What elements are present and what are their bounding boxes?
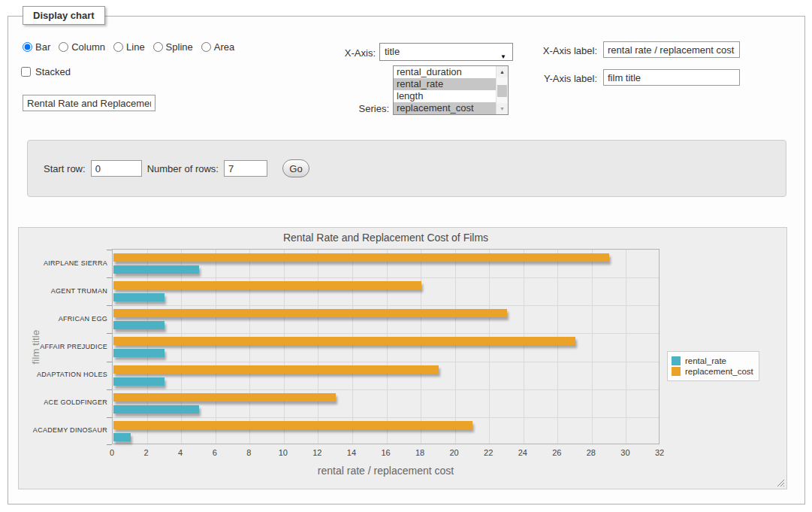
y-axis-tick (107, 362, 112, 362)
num-rows-label: Number of rows: (147, 163, 219, 174)
x-axis-select[interactable]: title ▼ (379, 43, 513, 61)
gridline-v (421, 250, 421, 444)
chart-type-option-bar[interactable]: Bar (23, 41, 50, 53)
series-option-replacement_cost[interactable]: replacement_cost (394, 102, 496, 114)
legend-swatch-replacement_cost (672, 367, 681, 376)
gridline-v (216, 250, 216, 444)
bar-replacement-cost (113, 309, 507, 317)
bar-rental-rate (113, 321, 165, 329)
x-tick-label: 2 (135, 448, 158, 457)
legend-label: replacement_cost (685, 367, 753, 376)
stacked-label: Stacked (35, 66, 71, 77)
x-tick-label: 20 (443, 448, 466, 457)
bar-replacement-cost (113, 393, 336, 401)
chart-type-option-spline[interactable]: Spline (153, 41, 193, 53)
y-axis-tick (107, 333, 112, 334)
y-axis-title-wrap: film title (28, 249, 44, 444)
gridline-v (181, 250, 182, 444)
gridline-h (113, 277, 659, 278)
series-multiselect[interactable]: rental_durationrental_ratelengthreplacem… (393, 65, 509, 115)
num-rows-input[interactable] (224, 160, 267, 177)
gridline-v (592, 250, 593, 444)
scroll-down-icon[interactable]: ▼ (497, 103, 508, 114)
x-tick-label: 14 (340, 448, 363, 457)
gridline-v (284, 250, 285, 444)
y-axis-label-input[interactable] (603, 69, 740, 86)
resize-handle-icon[interactable] (776, 478, 784, 486)
chart-type-label: Spline (166, 41, 193, 53)
x-tick-label: 26 (545, 448, 568, 457)
chart-title-input[interactable] (23, 95, 155, 111)
series-options: rental_durationrental_ratelengthreplacem… (394, 66, 508, 114)
go-button[interactable]: Go (282, 159, 309, 177)
stacked-checkbox[interactable] (21, 67, 31, 77)
legend-row: replacement_cost (672, 367, 753, 376)
gridline-h (113, 417, 659, 418)
chart-type-option-line[interactable]: Line (113, 41, 145, 53)
chart-type-radio-area[interactable] (201, 42, 211, 52)
x-axis-caption: X-Axis: (315, 47, 376, 59)
series-option-rental_duration[interactable]: rental_duration (394, 66, 496, 78)
plot-area (112, 249, 660, 444)
x-tick-label: 10 (272, 448, 294, 457)
x-axis-label-input[interactable] (603, 41, 740, 58)
bar-replacement-cost (113, 421, 472, 429)
y-axis-tick (107, 417, 112, 418)
x-tick-label: 16 (375, 448, 397, 457)
gridline-v (455, 250, 456, 444)
gridline-v (352, 250, 353, 444)
bar-replacement-cost (113, 365, 439, 374)
y-axis-tick (107, 389, 112, 390)
gridline-v (557, 250, 558, 444)
bar-rental-rate (113, 405, 199, 414)
x-tick-label: 22 (477, 448, 500, 457)
gridline-h (113, 389, 659, 390)
bar-replacement-cost (113, 337, 575, 345)
y-axis-tick (107, 305, 112, 306)
chart-type-label: Column (71, 41, 105, 53)
chart-type-option-area[interactable]: Area (201, 41, 234, 53)
chart-legend: rental_ratereplacement_cost (667, 351, 759, 381)
gridline-v (626, 250, 626, 444)
x-tick-label: 18 (409, 448, 431, 457)
chart-type-radio-column[interactable] (59, 42, 68, 52)
gridline-v (489, 250, 490, 444)
bar-rental-rate (113, 433, 131, 441)
gridline-v (524, 250, 524, 444)
y-axis-tick (107, 444, 112, 445)
chart-type-option-column[interactable]: Column (59, 41, 105, 53)
chart-type-radio-bar[interactable] (23, 42, 32, 52)
scroll-up-icon[interactable]: ▲ (497, 66, 508, 77)
y-axis-tick (107, 277, 112, 278)
series-option-length[interactable]: length (394, 90, 496, 102)
x-tick-label: 32 (648, 448, 671, 457)
x-axis-label-caption: X-Axis label: (522, 45, 597, 56)
x-tick-label: 8 (237, 448, 260, 457)
start-row-input[interactable] (91, 160, 142, 177)
y-axis-title: film title (31, 329, 42, 364)
gridline-h (113, 333, 659, 334)
series-scrollbar[interactable]: ▲ ▼ (496, 66, 508, 114)
dropdown-arrow-icon: ▼ (500, 49, 506, 65)
gridline-v (249, 250, 250, 444)
chart-type-label: Area (214, 41, 234, 53)
gridline-v (387, 250, 388, 444)
gridline-h (113, 305, 659, 306)
chart-panel: Rental Rate and Replacement Cost of Film… (18, 227, 787, 489)
x-axis-title: rental rate / replacement cost (112, 465, 660, 477)
scroll-thumb[interactable] (497, 85, 507, 97)
chart-type-label: Bar (35, 41, 50, 53)
gridline-v (318, 250, 318, 444)
series-option-rental_rate[interactable]: rental_rate (394, 78, 496, 90)
bar-replacement-cost (113, 281, 421, 289)
stacked-row: Stacked (21, 66, 71, 77)
bar-rental-rate (113, 377, 165, 386)
start-row-label: Start row: (44, 163, 86, 174)
x-tick-label: 24 (512, 448, 534, 457)
chart-type-radio-spline[interactable] (153, 42, 163, 52)
chart-type-radio-line[interactable] (113, 42, 123, 52)
x-tick-label: 28 (580, 448, 602, 457)
rows-form: Start row: Number of rows: Go (27, 140, 786, 197)
legend-swatch-rental_rate (672, 356, 681, 365)
chart-title: Rental Rate and Replacement Cost of Film… (112, 232, 660, 244)
